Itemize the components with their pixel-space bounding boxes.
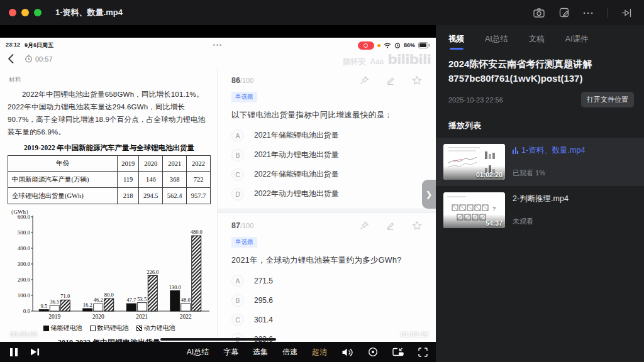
next-page-handle[interactable]: ❯: [422, 180, 436, 209]
table-header-cell: 2020: [139, 156, 163, 172]
video-player-area[interactable]: 23:12 9月6日周五 ••• 86%: [0, 25, 436, 342]
svg-text:36.5: 36.5: [50, 299, 59, 305]
option-row[interactable]: B2021年动力锂电池出货量: [231, 145, 425, 165]
control-button[interactable]: AI总结: [187, 347, 209, 358]
note-edit-icon[interactable]: [558, 6, 570, 19]
control-button[interactable]: 倍速: [282, 347, 297, 358]
svg-text:16.2: 16.2: [83, 302, 92, 308]
control-button[interactable]: 选集: [253, 347, 268, 358]
back-chevron-icon[interactable]: [8, 53, 14, 64]
legend-swatch-icon: [136, 326, 142, 331]
sidebar-tabs: 视频AI总结文稿AI课件: [436, 25, 644, 51]
data-table-title: 2019-2022 年中国新能源汽车产量与全球锂电池出货量: [8, 143, 211, 153]
table-header-cell: 2021: [163, 156, 187, 172]
svg-text:200.0: 200.0: [18, 277, 31, 283]
option-letter: A: [231, 129, 244, 142]
table-cell: 218: [117, 188, 138, 204]
screen-recording-indicator: [358, 41, 374, 50]
table-cell: 368: [163, 172, 187, 188]
multitask-dots-icon: •••: [213, 42, 223, 48]
option-letter: A: [231, 275, 244, 287]
playlist-item-title: 2-判断推理.mp4: [513, 194, 634, 204]
video-date: 2025-10-23 22:56: [448, 96, 503, 104]
window-zoom-button[interactable]: [34, 9, 42, 16]
question-stem: 2021年，全球动力锂电池装车量约为多少GWh?: [231, 255, 425, 266]
next-video-button[interactable]: [30, 348, 40, 356]
window-minimize-button[interactable]: [21, 9, 29, 16]
bar-chart-plot: （GWh）600.0500.0400.0300.0200.0100.00.09.…: [8, 208, 211, 322]
playlist-thumbnail[interactable]: 01:02:20: [443, 144, 505, 180]
svg-text:?: ?: [492, 206, 496, 212]
tab-文稿[interactable]: 文稿: [529, 34, 545, 51]
alarm-icon: [394, 42, 401, 48]
legend-item: 动力锂电池: [136, 324, 175, 332]
playlist-item[interactable]: ?54:372-判断推理.mp4未观看: [436, 186, 644, 234]
option-row[interactable]: A2021年储能锂电池出货量: [231, 126, 425, 145]
playlist-duration: 54:37: [486, 219, 502, 227]
svg-text:0.0: 0.0: [23, 308, 31, 314]
pip-button[interactable]: [392, 348, 404, 356]
playlist-item[interactable]: 01:02:201-资料、数量.mp4已观看 1%: [436, 138, 644, 186]
table-cell: 中国新能源汽车产量(万辆): [8, 172, 118, 188]
window-close-button[interactable]: [9, 9, 16, 16]
option-row[interactable]: C2022年储能锂电池出货量: [231, 165, 425, 184]
bar-chart: （GWh）600.0500.0400.0300.0200.0100.00.09.…: [8, 208, 211, 342]
tab-AI总结[interactable]: AI总结: [485, 34, 508, 51]
tab-视频[interactable]: 视频: [448, 34, 464, 51]
pip-icon: [392, 348, 404, 356]
svg-text:400.0: 400.0: [18, 245, 31, 251]
table-row: 中国新能源汽车产量(万辆)119146368722: [8, 172, 211, 188]
more-options-ellipsis-icon[interactable]: ···: [583, 8, 594, 18]
open-file-location-button[interactable]: 打开文件位置: [581, 92, 634, 107]
option-letter: D: [231, 188, 244, 200]
option-text: 295.6: [254, 296, 273, 305]
screenshot-camera-icon[interactable]: [533, 6, 545, 19]
volume-icon: [341, 348, 353, 357]
exam-document: 材料 2022年中国锂电池出货量658GWh，同比增长101.1%。2022年中…: [0, 68, 436, 342]
tab-AI课件[interactable]: AI课件: [565, 34, 589, 51]
option-row[interactable]: B295.6: [231, 290, 425, 310]
playlist-thumbnail[interactable]: ?54:37: [443, 192, 505, 228]
playing-indicator-icon: [513, 147, 518, 154]
option-text: 2021年动力锂电池出货量: [254, 150, 339, 160]
svg-text:300.0: 300.0: [18, 261, 31, 267]
video-title-line1: 2024陈怀安云南省考行测真题讲解: [448, 57, 634, 72]
annotate-pencil-icon[interactable]: [386, 75, 396, 85]
pin-question-icon[interactable]: [359, 75, 369, 85]
question-type-badge: 单选题: [231, 237, 257, 248]
fullscreen-button[interactable]: [418, 348, 428, 357]
ipad-nav-row: 00:57: [8, 53, 53, 64]
svg-text:9.5: 9.5: [40, 303, 47, 309]
volume-button[interactable]: [341, 348, 353, 357]
option-row[interactable]: A271.5: [231, 271, 425, 290]
status-date: 9月6日周五: [25, 41, 53, 50]
window-title: 1-资料、数量.mp4: [55, 7, 123, 18]
annotate-pencil-icon[interactable]: [386, 221, 396, 231]
option-text: 301.4: [254, 315, 273, 324]
video-frame: 23:12 9月6日周五 ••• 86%: [0, 38, 436, 342]
svg-text:2019: 2019: [48, 314, 60, 320]
material-pane: 材料 2022年中国锂电池出货量658GWh，同比增长101.1%。2022年中…: [0, 68, 217, 342]
record-screen-button[interactable]: [368, 347, 378, 357]
favorite-star-icon[interactable]: [412, 221, 422, 231]
titlebar-divider: [607, 8, 608, 18]
pin-window-icon[interactable]: [620, 6, 633, 19]
control-button[interactable]: 字幕: [223, 347, 238, 358]
table-row: 全球锂电池出货量(GWh)218294.5562.4957.7: [8, 188, 211, 204]
option-letter: B: [231, 294, 244, 307]
option-row[interactable]: C301.4: [231, 310, 425, 329]
home-indicator: [160, 338, 276, 341]
playlist-header: 播放列表: [448, 120, 634, 131]
fullscreen-icon: [418, 348, 428, 357]
playlist-item-status: 已观看 1%: [513, 168, 634, 178]
option-letter: C: [231, 168, 244, 181]
pin-question-icon[interactable]: [359, 221, 369, 231]
battery-icon: [418, 42, 430, 48]
ipad-status-bar: 23:12 9月6日周五 ••• 86%: [0, 41, 436, 50]
sidebar: 视频AI总结文稿AI课件 2024陈怀安云南省考行测真题讲解 8757bc80f…: [436, 25, 644, 362]
pause-button[interactable]: [10, 348, 18, 356]
option-row[interactable]: D2022年动力锂电池出货量: [231, 184, 425, 204]
app-window: 1-资料、数量.mp4 ···: [0, 0, 644, 362]
quality-button[interactable]: 超清: [312, 347, 327, 358]
favorite-star-icon[interactable]: [412, 75, 422, 85]
